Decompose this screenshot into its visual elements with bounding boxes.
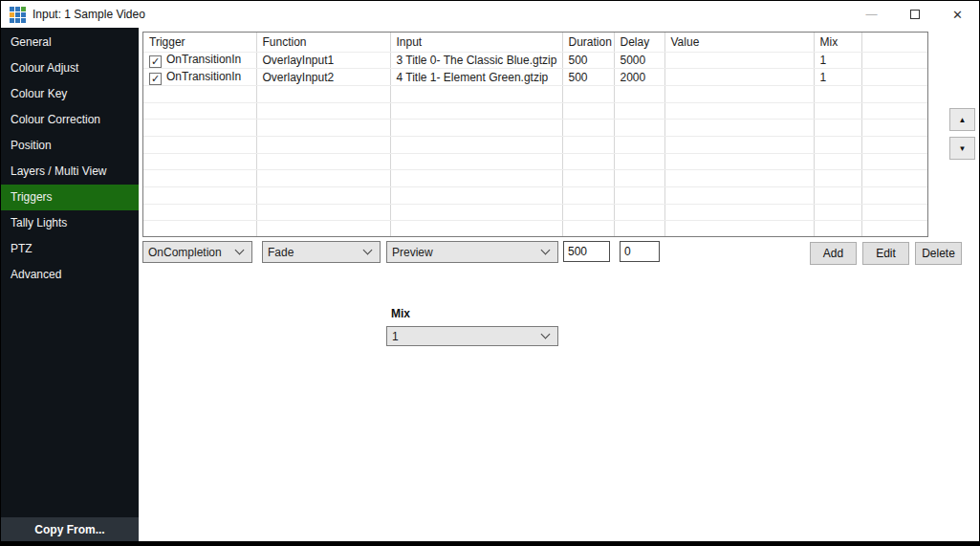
- empty-cell: [562, 221, 614, 237]
- move-down-button[interactable]: ▼: [949, 137, 975, 160]
- table-row[interactable]: ✓OnTransitionInOverlayInput24 Title 1- E…: [143, 69, 928, 86]
- window-bottom-border: [1, 541, 979, 545]
- empty-table-row: [143, 102, 928, 120]
- empty-cell: [614, 136, 664, 153]
- empty-table-row: [143, 221, 928, 237]
- input-select[interactable]: Preview: [386, 241, 558, 263]
- cell-function: OverlayInput2: [256, 69, 390, 86]
- column-header-function: Function: [256, 33, 390, 52]
- empty-cell: [814, 204, 861, 221]
- function-select[interactable]: Fade: [262, 241, 381, 263]
- sidebar-item-ptz[interactable]: PTZ: [1, 236, 139, 262]
- empty-cell: [143, 153, 256, 170]
- add-button[interactable]: Add: [810, 242, 857, 265]
- mix-value: 1: [387, 330, 542, 343]
- empty-table-row: [143, 120, 928, 137]
- empty-cell: [143, 120, 256, 137]
- trigger-type-select[interactable]: OnCompletion: [142, 241, 252, 263]
- trigger-label: OnTransitionIn: [166, 53, 241, 66]
- input-value: Preview: [387, 246, 542, 259]
- empty-cell: [562, 170, 614, 187]
- empty-cell: [614, 120, 664, 137]
- cell-trigger: ✓OnTransitionIn: [143, 69, 256, 86]
- column-header-duration: Duration: [562, 33, 614, 52]
- close-icon: ✕: [952, 8, 963, 22]
- empty-cell: [614, 221, 664, 237]
- sidebar-item-position[interactable]: Position: [1, 133, 139, 159]
- table-body: ✓OnTransitionInOverlayInput13 Title 0- T…: [143, 52, 928, 237]
- sidebar-nav: GeneralColour AdjustColour KeyColour Cor…: [1, 28, 139, 288]
- empty-cell: [256, 136, 390, 153]
- empty-cell: [562, 120, 614, 137]
- empty-cell: [143, 136, 256, 153]
- cell-input: 4 Title 1- Element Green.gtzip: [390, 69, 562, 86]
- empty-cell: [143, 204, 256, 221]
- empty-cell: [814, 187, 861, 205]
- sidebar-item-triggers[interactable]: Triggers: [1, 185, 139, 210]
- sidebar-item-general[interactable]: General: [1, 30, 139, 55]
- row-enabled-checkbox[interactable]: ✓: [149, 55, 162, 68]
- empty-cell: [562, 187, 614, 205]
- empty-cell: [143, 85, 256, 102]
- empty-cell: [614, 170, 664, 187]
- copy-from-button[interactable]: Copy From...: [1, 517, 139, 542]
- minimize-icon: —: [866, 8, 878, 21]
- empty-cell: [614, 85, 664, 102]
- sidebar-item-layers-multi-view[interactable]: Layers / Multi View: [1, 159, 139, 185]
- cell-function: OverlayInput1: [256, 52, 390, 69]
- empty-cell: [143, 170, 256, 187]
- empty-cell: [562, 85, 614, 102]
- maximize-button[interactable]: [893, 1, 936, 28]
- sidebar-item-advanced[interactable]: Advanced: [1, 262, 139, 288]
- window-title: Input: 1 Sample Video: [33, 8, 145, 21]
- empty-cell: [562, 136, 614, 153]
- mix-select[interactable]: 1: [386, 326, 558, 346]
- table-row[interactable]: ✓OnTransitionInOverlayInput13 Title 0- T…: [143, 52, 928, 69]
- sidebar-item-colour-correction[interactable]: Colour Correction: [1, 107, 139, 133]
- empty-cell: [143, 102, 256, 120]
- empty-cell: [614, 102, 664, 120]
- empty-cell: [614, 187, 664, 205]
- empty-cell: [390, 136, 562, 153]
- empty-cell: [390, 85, 562, 102]
- sidebar-item-tally-lights[interactable]: Tally Lights: [1, 210, 139, 236]
- empty-table-row: [143, 187, 928, 205]
- row-enabled-checkbox[interactable]: ✓: [149, 73, 162, 85]
- empty-cell: [814, 85, 861, 102]
- table-header-row: TriggerFunctionInputDurationDelayValueMi…: [143, 33, 928, 52]
- empty-cell: [664, 204, 814, 221]
- empty-table-row: [143, 85, 928, 102]
- empty-cell: [861, 136, 928, 153]
- sidebar-item-colour-adjust[interactable]: Colour Adjust: [1, 55, 139, 81]
- empty-cell: [664, 120, 814, 137]
- edit-button[interactable]: Edit: [862, 242, 909, 265]
- empty-cell: [861, 221, 928, 237]
- cell-mix: 1: [814, 69, 861, 86]
- empty-cell: [664, 85, 814, 102]
- empty-cell: [861, 85, 928, 102]
- empty-table-row: [143, 136, 928, 153]
- delay-input[interactable]: [620, 241, 660, 262]
- empty-cell: [614, 153, 664, 170]
- move-up-button[interactable]: ▲: [949, 108, 975, 131]
- empty-cell: [861, 204, 928, 221]
- delete-button[interactable]: Delete: [915, 242, 962, 265]
- column-header-extra: [861, 33, 928, 52]
- close-button[interactable]: ✕: [936, 1, 979, 28]
- sidebar-item-colour-key[interactable]: Colour Key: [1, 81, 139, 107]
- empty-cell: [814, 221, 861, 237]
- column-header-input: Input: [390, 33, 562, 52]
- empty-cell: [664, 221, 814, 237]
- up-arrow-icon: ▲: [959, 116, 967, 124]
- input-settings-window: Input: 1 Sample Video — ✕ GeneralColour …: [0, 0, 980, 546]
- empty-cell: [390, 187, 562, 205]
- empty-cell: [143, 221, 256, 237]
- chevron-down-icon: [235, 246, 245, 255]
- title-bar: Input: 1 Sample Video — ✕: [1, 1, 979, 28]
- empty-cell: [256, 120, 390, 137]
- cell-duration: 500: [562, 52, 614, 69]
- empty-cell: [861, 170, 928, 187]
- duration-input[interactable]: [563, 241, 610, 262]
- minimize-button[interactable]: —: [850, 1, 893, 28]
- cell-trigger: ✓OnTransitionIn: [143, 52, 256, 69]
